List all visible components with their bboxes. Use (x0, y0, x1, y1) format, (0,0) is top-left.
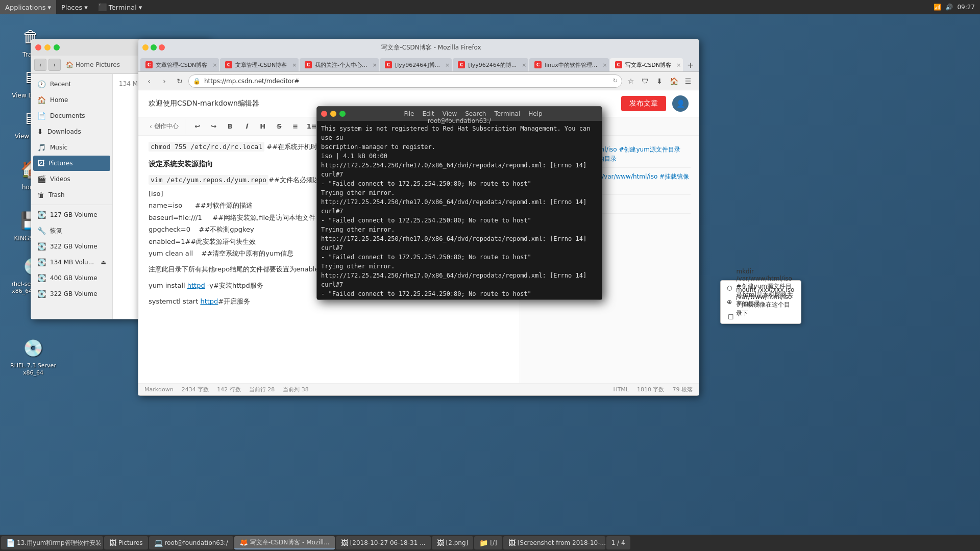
places-menu[interactable]: Places ▾ (56, 0, 93, 14)
csdn-strike-btn[interactable]: S (272, 119, 286, 134)
taskbar-item-1[interactable]: 📄 13.用yum和rmp管理软件安装 (1, 536, 103, 549)
ff-tab-7[interactable]: C 写文章-CSDN博客 × (610, 58, 683, 71)
term-line-9: http://172.25.254.250/rhe17.0/x86_64/dvd… (321, 234, 598, 253)
firefox-window-buttons (142, 44, 165, 51)
ff-forward-btn[interactable]: › (158, 74, 171, 88)
sidebar-item-recover[interactable]: 🔧 恢复 (33, 223, 110, 238)
sidebar-item-music[interactable]: 🎵 Music (33, 140, 110, 155)
sidebar-item-322gb-2[interactable]: 💽 322 GB Volume (33, 286, 110, 302)
term-maximize-btn[interactable] (339, 111, 346, 117)
term-file-menu[interactable]: File (404, 110, 414, 117)
term-minimize-btn[interactable] (330, 111, 336, 117)
ff-tab-4[interactable]: C [lyy962464]博... × (380, 58, 452, 71)
ff-tab-7-label: 写文章-CSDN博客 (625, 61, 671, 69)
top-panel-right: 📶 🔊 09:27 (934, 4, 980, 11)
ff-new-tab-btn[interactable]: + (684, 58, 697, 71)
ctx-icon-3: □ (727, 312, 735, 320)
ff-minimize-btn[interactable] (142, 44, 149, 51)
fm-maximize-btn[interactable] (54, 44, 60, 51)
taskbar-item-2[interactable]: 🖼 Pictures (104, 536, 148, 549)
csdn-redo-btn[interactable]: ↪ (207, 119, 221, 134)
trash-sidebar-label: Trash (48, 191, 65, 198)
csdn-heading-btn[interactable]: H (256, 119, 270, 134)
eject-icon[interactable]: ⏏ (101, 259, 106, 266)
ff-tab-3-close[interactable]: × (372, 62, 377, 68)
ff-reload-btn[interactable]: ↻ (173, 74, 186, 88)
term-edit-menu[interactable]: Edit (423, 110, 434, 117)
csdn-favicon-1: C (145, 61, 153, 68)
term-close-btn[interactable] (321, 111, 327, 117)
fm-forward-btn[interactable]: › (48, 59, 61, 71)
ff-download-icon[interactable]: ⬇ (653, 74, 666, 88)
publish-button[interactable]: 发布文章 (621, 96, 666, 111)
sidebar-item-322gb[interactable]: 💽 322 GB Volume (33, 239, 110, 254)
term-help-menu[interactable]: Help (528, 110, 542, 117)
applications-menu[interactable]: Applications ▾ (0, 0, 56, 14)
videos-icon: 🎬 (37, 175, 46, 183)
sidebar-item-videos[interactable]: 🎬 Videos (33, 171, 110, 187)
term-view-menu[interactable]: View (443, 110, 457, 117)
csdn-list-btn[interactable]: ≡ (288, 119, 303, 134)
term-terminal-menu[interactable]: Terminal (494, 110, 520, 117)
csdn-creative-center[interactable]: ‹ 创作中心 (143, 119, 185, 134)
fm-back-btn[interactable]: ‹ (34, 59, 46, 71)
csdn-creative-label: 创作中心 (154, 122, 179, 131)
sidebar-item-recent[interactable]: 🕐 Recent (33, 77, 110, 92)
csdn-italic-btn[interactable]: I (239, 119, 254, 134)
ff-shield-icon[interactable]: 🛡 (639, 74, 652, 88)
taskbar-item-7[interactable]: 📁 [/] (474, 536, 502, 549)
ff-tab-6[interactable]: C linux中的软件管理... × (529, 58, 609, 71)
ff-tab-1-close[interactable]: × (212, 62, 217, 68)
ff-tab-6-close[interactable]: × (602, 62, 607, 68)
ff-tab-1[interactable]: C 文章管理-CSDN博客 × (140, 58, 219, 71)
term-search-menu[interactable]: Search (465, 110, 486, 117)
sidebar-item-home[interactable]: 🏠 Home (33, 92, 110, 108)
ff-bookmark-icon[interactable]: ☆ (624, 74, 638, 88)
status-mode: Markdown (144, 386, 174, 393)
ff-tab-2-close[interactable]: × (292, 62, 297, 68)
terminal-content[interactable]: This system is not registered to Red Hat… (317, 121, 602, 299)
taskbar-item-5[interactable]: 🖼 [2018-10-27 06-18-31 ... (336, 536, 431, 549)
taskbar-item-6[interactable]: 🖼 [2.png] (432, 536, 474, 549)
ff-url-bar[interactable]: 🔒 https://mp.csdn.net/mdeditor# ↻ (188, 74, 622, 88)
ff-home-nav-icon[interactable]: 🏠 (667, 74, 680, 88)
ff-tab-2[interactable]: C 文章管理-CSDN博客 × (220, 58, 299, 71)
taskbar-icon-7: 📁 (479, 539, 488, 547)
music-icon: 🎵 (37, 143, 46, 152)
ff-maximize-btn[interactable] (151, 44, 157, 51)
taskbar-item-9[interactable]: 1 / 4 (606, 536, 630, 549)
ctx-item-2[interactable]: ⊕ mount /xxx/xxx.iso /var/www/html/iso #… (721, 295, 801, 309)
ff-tab-5[interactable]: C [lyy962464的博... × (453, 58, 528, 71)
ff-tab-4-close[interactable]: × (445, 62, 450, 68)
terminal-titlebar: File Edit View Search Terminal Help root… (317, 107, 602, 121)
desktop-icon-rhel[interactable]: 💿 RHEL-7.3 Server x86_64 (10, 336, 56, 377)
ff-close-btn[interactable] (159, 44, 165, 51)
sidebar-item-400gb[interactable]: 💽 400 GB Volume (33, 270, 110, 286)
sidebar-item-pictures[interactable]: 🖼 Pictures (33, 156, 110, 171)
ff-back-btn[interactable]: ‹ (142, 74, 156, 88)
ff-tab-5-close[interactable]: × (522, 62, 526, 68)
volume-127-icon: 💽 (37, 211, 46, 219)
ff-tab-3[interactable]: C 我的关注-个人中心... × (300, 58, 379, 71)
csdn-avatar[interactable]: 👤 (672, 95, 689, 112)
fm-close-btn[interactable] (35, 44, 41, 51)
term-line-5: Trying other mirror. (321, 188, 598, 197)
term-line-3: http://172.25.254.250/rhe17.0/x86_64/dvd… (321, 161, 598, 179)
taskbar-item-8[interactable]: 🖼 [Screenshot from 2018-10-... (503, 536, 605, 549)
ff-bookmark-icons: ☆ 🛡 ⬇ 🏠 ☰ (624, 74, 695, 88)
ff-menu-icon[interactable]: ☰ (681, 74, 695, 88)
sidebar-item-documents[interactable]: 📄 Documents (33, 108, 110, 123)
home-nav-icon: 🏠 (66, 61, 74, 68)
sidebar-item-127gb[interactable]: 💽 127 GB Volume (33, 207, 110, 222)
fm-minimize-btn[interactable] (44, 44, 51, 51)
csdn-bold-btn[interactable]: B (223, 119, 237, 134)
fm-sidebar: 🕐 Recent 🏠 Home 📄 Documents ⬇ Downloads … (31, 74, 113, 319)
ff-tab-7-close[interactable]: × (676, 62, 681, 68)
terminal-menu[interactable]: ⬛ Terminal ▾ (93, 0, 147, 14)
sidebar-item-trash[interactable]: 🗑 Trash (33, 187, 110, 203)
csdn-undo-btn[interactable]: ↩ (190, 119, 205, 134)
sidebar-item-downloads[interactable]: ⬇ Downloads (33, 124, 110, 139)
taskbar-item-4[interactable]: 🦊 写文章-CSDN博客 - Mozill... (234, 536, 335, 549)
sidebar-item-134mb[interactable]: 💽 134 MB Volu... ⏏ (33, 255, 110, 270)
taskbar-item-3[interactable]: 💻 root@foundation63:/ (149, 536, 233, 549)
